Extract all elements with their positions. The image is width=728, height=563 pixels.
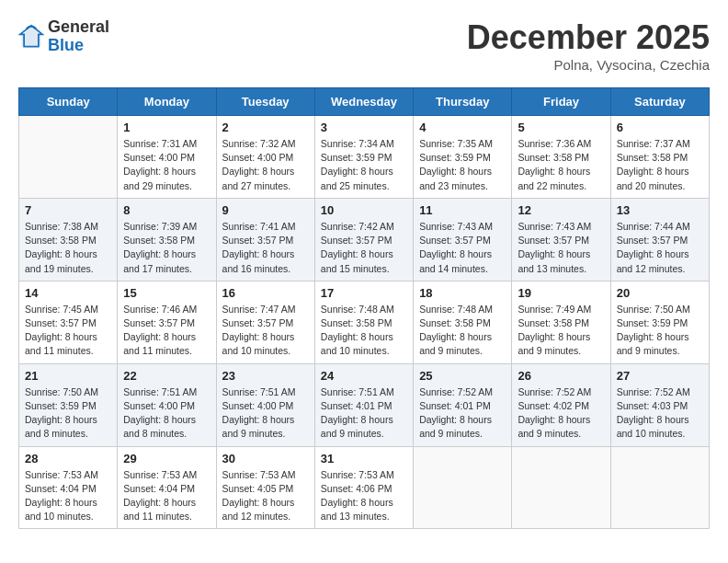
day-info: Sunrise: 7:53 AMSunset: 4:04 PMDaylight:… — [123, 468, 210, 524]
day-info: Sunrise: 7:52 AMSunset: 4:02 PMDaylight:… — [518, 385, 604, 442]
location: Polna, Vysocina, Czechia — [467, 57, 710, 73]
day-info: Sunrise: 7:48 AMSunset: 3:58 PMDaylight:… — [419, 303, 506, 359]
day-number: 30 — [222, 452, 309, 465]
calendar-cell: 25Sunrise: 7:52 AMSunset: 4:01 PMDayligh… — [414, 363, 512, 446]
day-info: Sunrise: 7:34 AMSunset: 3:59 PMDaylight:… — [321, 137, 407, 193]
day-number: 1 — [123, 121, 210, 134]
day-info: Sunrise: 7:41 AMSunset: 3:57 PMDaylight:… — [222, 220, 309, 276]
day-number: 9 — [222, 203, 309, 217]
calendar-cell: 29Sunrise: 7:53 AMSunset: 4:04 PMDayligh… — [118, 446, 216, 529]
day-info: Sunrise: 7:47 AMSunset: 3:57 PMDaylight:… — [222, 303, 309, 359]
title-block: December 2025 Polna, Vysocina, Czechia — [467, 18, 710, 73]
logo-text: General Blue — [48, 18, 109, 55]
column-header-tuesday: Tuesday — [216, 88, 314, 116]
day-info: Sunrise: 7:50 AMSunset: 3:59 PMDaylight:… — [617, 303, 703, 359]
day-number: 4 — [419, 121, 506, 134]
column-header-thursday: Thursday — [414, 88, 512, 116]
calendar-cell: 2Sunrise: 7:32 AMSunset: 4:00 PMDaylight… — [216, 116, 314, 199]
day-info: Sunrise: 7:53 AMSunset: 4:06 PMDaylight:… — [321, 468, 407, 524]
day-info: Sunrise: 7:48 AMSunset: 3:58 PMDaylight:… — [321, 303, 407, 359]
calendar-cell: 20Sunrise: 7:50 AMSunset: 3:59 PMDayligh… — [610, 281, 709, 363]
day-number: 13 — [617, 203, 703, 217]
calendar-week-row: 7Sunrise: 7:38 AMSunset: 3:58 PMDaylight… — [19, 198, 710, 281]
column-header-monday: Monday — [118, 88, 216, 116]
day-info: Sunrise: 7:43 AMSunset: 3:57 PMDaylight:… — [518, 220, 604, 276]
column-header-friday: Friday — [512, 88, 610, 116]
calendar-cell: 9Sunrise: 7:41 AMSunset: 3:57 PMDaylight… — [216, 198, 314, 281]
calendar-cell: 14Sunrise: 7:45 AMSunset: 3:57 PMDayligh… — [19, 281, 118, 363]
logo: General Blue — [18, 18, 109, 55]
calendar-cell: 8Sunrise: 7:39 AMSunset: 3:58 PMDaylight… — [118, 198, 216, 281]
day-info: Sunrise: 7:49 AMSunset: 3:58 PMDaylight:… — [518, 303, 604, 359]
day-info: Sunrise: 7:43 AMSunset: 3:57 PMDaylight:… — [419, 220, 506, 276]
calendar-week-row: 21Sunrise: 7:50 AMSunset: 3:59 PMDayligh… — [19, 363, 710, 446]
day-number: 3 — [321, 121, 407, 134]
logo-icon — [18, 24, 44, 50]
page-header: General Blue December 2025 Polna, Vysoci… — [18, 18, 710, 73]
calendar-cell — [610, 446, 709, 529]
day-info: Sunrise: 7:38 AMSunset: 3:58 PMDaylight:… — [25, 220, 111, 276]
day-number: 8 — [123, 203, 210, 217]
day-number: 11 — [419, 203, 506, 217]
day-info: Sunrise: 7:37 AMSunset: 3:58 PMDaylight:… — [617, 137, 703, 193]
calendar-cell: 16Sunrise: 7:47 AMSunset: 3:57 PMDayligh… — [216, 281, 314, 363]
calendar-week-row: 28Sunrise: 7:53 AMSunset: 4:04 PMDayligh… — [19, 446, 710, 529]
calendar-cell: 1Sunrise: 7:31 AMSunset: 4:00 PMDaylight… — [118, 116, 216, 199]
calendar-cell — [414, 446, 512, 529]
day-number: 16 — [222, 286, 309, 300]
day-info: Sunrise: 7:51 AMSunset: 4:00 PMDaylight:… — [123, 385, 210, 442]
column-header-saturday: Saturday — [610, 88, 709, 116]
calendar-cell: 10Sunrise: 7:42 AMSunset: 3:57 PMDayligh… — [314, 198, 413, 281]
calendar-header-row: SundayMondayTuesdayWednesdayThursdayFrid… — [19, 88, 710, 116]
calendar-cell: 31Sunrise: 7:53 AMSunset: 4:06 PMDayligh… — [314, 446, 413, 529]
day-info: Sunrise: 7:45 AMSunset: 3:57 PMDaylight:… — [25, 303, 111, 359]
calendar-cell: 11Sunrise: 7:43 AMSunset: 3:57 PMDayligh… — [414, 198, 512, 281]
calendar-cell: 6Sunrise: 7:37 AMSunset: 3:58 PMDaylight… — [610, 116, 709, 199]
calendar-cell: 19Sunrise: 7:49 AMSunset: 3:58 PMDayligh… — [512, 281, 610, 363]
day-info: Sunrise: 7:53 AMSunset: 4:05 PMDaylight:… — [222, 468, 309, 524]
calendar-cell — [512, 446, 610, 529]
calendar-cell: 18Sunrise: 7:48 AMSunset: 3:58 PMDayligh… — [414, 281, 512, 363]
day-info: Sunrise: 7:36 AMSunset: 3:58 PMDaylight:… — [518, 137, 604, 193]
day-info: Sunrise: 7:31 AMSunset: 4:00 PMDaylight:… — [123, 137, 210, 193]
day-number: 24 — [321, 369, 407, 383]
day-number: 19 — [518, 286, 604, 300]
day-info: Sunrise: 7:46 AMSunset: 3:57 PMDaylight:… — [123, 303, 210, 359]
day-info: Sunrise: 7:39 AMSunset: 3:58 PMDaylight:… — [123, 220, 210, 276]
day-number: 18 — [419, 286, 506, 300]
calendar-week-row: 14Sunrise: 7:45 AMSunset: 3:57 PMDayligh… — [19, 281, 710, 363]
day-number: 29 — [123, 452, 210, 465]
day-info: Sunrise: 7:44 AMSunset: 3:57 PMDaylight:… — [617, 220, 703, 276]
calendar-week-row: 1Sunrise: 7:31 AMSunset: 4:00 PMDaylight… — [19, 116, 710, 199]
calendar-cell: 24Sunrise: 7:51 AMSunset: 4:01 PMDayligh… — [314, 363, 413, 446]
logo-general: General — [48, 17, 109, 36]
calendar-cell: 3Sunrise: 7:34 AMSunset: 3:59 PMDaylight… — [314, 116, 413, 199]
day-info: Sunrise: 7:52 AMSunset: 4:03 PMDaylight:… — [617, 385, 703, 442]
day-number: 2 — [222, 121, 309, 134]
calendar-cell — [19, 116, 118, 199]
calendar-cell: 12Sunrise: 7:43 AMSunset: 3:57 PMDayligh… — [512, 198, 610, 281]
day-info: Sunrise: 7:50 AMSunset: 3:59 PMDaylight:… — [25, 385, 111, 442]
calendar-cell: 7Sunrise: 7:38 AMSunset: 3:58 PMDaylight… — [19, 198, 118, 281]
day-info: Sunrise: 7:53 AMSunset: 4:04 PMDaylight:… — [25, 468, 111, 524]
day-number: 12 — [518, 203, 604, 217]
day-number: 6 — [617, 121, 703, 134]
day-number: 17 — [321, 286, 407, 300]
day-number: 26 — [518, 369, 604, 383]
calendar-cell: 17Sunrise: 7:48 AMSunset: 3:58 PMDayligh… — [314, 281, 413, 363]
calendar-cell: 30Sunrise: 7:53 AMSunset: 4:05 PMDayligh… — [216, 446, 314, 529]
calendar-cell: 28Sunrise: 7:53 AMSunset: 4:04 PMDayligh… — [19, 446, 118, 529]
column-header-wednesday: Wednesday — [314, 88, 413, 116]
day-info: Sunrise: 7:32 AMSunset: 4:00 PMDaylight:… — [222, 137, 309, 193]
calendar-cell: 15Sunrise: 7:46 AMSunset: 3:57 PMDayligh… — [118, 281, 216, 363]
day-number: 31 — [321, 452, 407, 465]
calendar-cell: 27Sunrise: 7:52 AMSunset: 4:03 PMDayligh… — [610, 363, 709, 446]
calendar-cell: 22Sunrise: 7:51 AMSunset: 4:00 PMDayligh… — [118, 363, 216, 446]
month-title: December 2025 — [467, 18, 710, 57]
day-number: 5 — [518, 121, 604, 134]
logo-blue: Blue — [48, 36, 84, 54]
day-info: Sunrise: 7:51 AMSunset: 4:01 PMDaylight:… — [321, 385, 407, 442]
day-number: 7 — [25, 203, 111, 217]
day-number: 23 — [222, 369, 309, 383]
day-info: Sunrise: 7:52 AMSunset: 4:01 PMDaylight:… — [419, 385, 506, 442]
